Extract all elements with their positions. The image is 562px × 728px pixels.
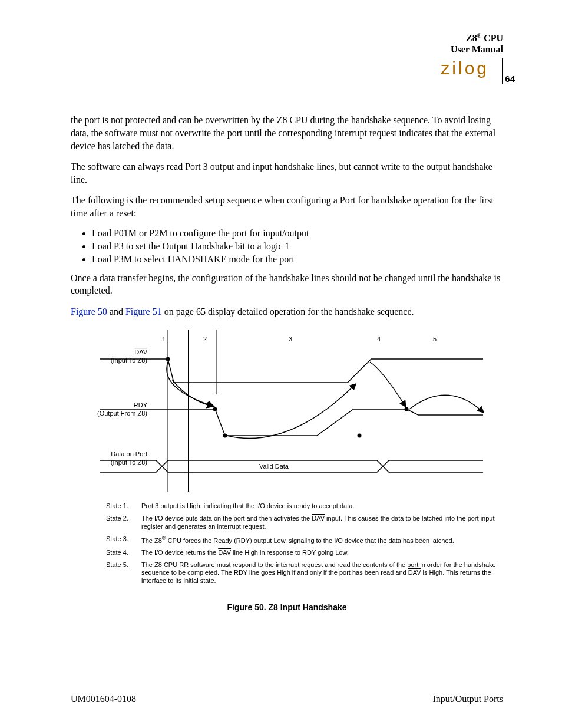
paragraph-4: Once a data transfer begins, the configu… [71, 272, 503, 297]
paragraph-1: the port is not protected and can be ove… [71, 114, 503, 152]
figure-51-link[interactable]: Figure 51 [125, 307, 162, 317]
logo-row: zilog 64 [71, 58, 503, 84]
header-title: Z8® CPU User Manual [71, 32, 503, 55]
product-suffix: CPU [481, 33, 503, 43]
doc-subtitle: User Manual [451, 44, 503, 54]
section-name: Input/Output Ports [432, 694, 503, 704]
svg-point-13 [213, 407, 217, 411]
state-row: State 2. The I/O device puts data on the… [106, 515, 501, 535]
svg-text:4: 4 [377, 335, 381, 342]
list-item: Load P01M or P2M to configure the port f… [92, 228, 503, 239]
timing-diagram: 1 2 3 4 5 DAV (Input To Z8) RDY (Output … [71, 330, 503, 492]
svg-point-16 [405, 407, 409, 411]
paragraph-3: The following is the recommended setup s… [71, 194, 503, 219]
doc-id: UM001604-0108 [71, 694, 136, 704]
zilog-logo: zilog [441, 58, 489, 78]
svg-text:Valid Data: Valid Data [259, 463, 289, 470]
svg-text:Data on Port: Data on Port [111, 450, 147, 457]
svg-point-14 [223, 434, 227, 438]
page-footer: UM001604-0108 Input/Output Ports [71, 694, 503, 704]
product-name: Z8 [466, 33, 477, 43]
svg-point-12 [166, 357, 170, 361]
figure-50-link[interactable]: Figure 50 [71, 307, 107, 317]
svg-text:(Input To Z8): (Input To Z8) [111, 459, 147, 466]
state-row: State 5. The Z8 CPU RR software must res… [106, 561, 501, 589]
svg-text:2: 2 [203, 335, 207, 342]
list-item: Load P3M to select HANDSHAKE mode for th… [92, 254, 503, 265]
svg-text:(Input To Z8): (Input To Z8) [111, 357, 147, 364]
paragraph-5: Figure 50 and Figure 51 on page 65 displ… [71, 305, 503, 318]
state-row: State 3. The Z8® CPU forces the Ready (R… [106, 535, 501, 549]
svg-point-15 [358, 434, 362, 438]
page-number: 64 [505, 74, 515, 84]
setup-list: Load P01M or P2M to configure the port f… [71, 228, 503, 265]
svg-text:DAV: DAV [134, 348, 147, 355]
state-descriptions: State 1. Port 3 output is High, indicati… [106, 502, 501, 589]
list-item: Load P3 to set the Output Handshake bit … [92, 241, 503, 252]
svg-text:1: 1 [162, 335, 166, 342]
svg-text:RDY: RDY [134, 401, 148, 409]
paragraph-2: The software can always read Port 3 outp… [71, 160, 503, 186]
state-row: State 4. The I/O device returns the DAV … [106, 549, 501, 561]
figure-caption: Figure 50. Z8 Input Handshake [71, 602, 503, 612]
svg-text:(Output From Z8): (Output From Z8) [97, 410, 147, 417]
svg-text:3: 3 [289, 335, 292, 342]
state-row: State 1. Port 3 output is High, indicati… [106, 502, 501, 515]
svg-text:5: 5 [433, 335, 437, 342]
